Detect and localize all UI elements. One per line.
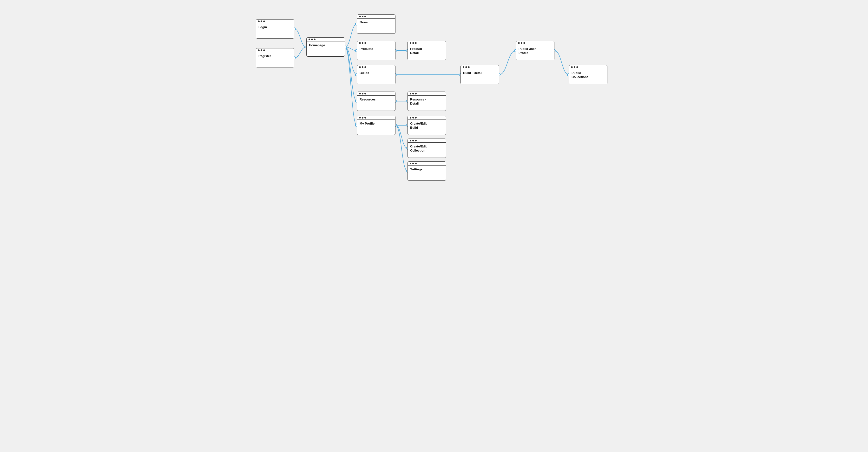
titlebar-dot <box>263 50 265 51</box>
node-titlebar-news <box>357 15 395 19</box>
titlebar-dot <box>364 42 366 44</box>
node-titlebar-builds <box>357 65 395 69</box>
node-titlebar-product_detail <box>408 41 446 45</box>
connection-homepage-news <box>345 24 357 47</box>
node-label-news: News <box>357 19 395 27</box>
titlebar-dot <box>574 66 576 68</box>
titlebar-dot <box>465 66 467 68</box>
node-titlebar-create_edit_build <box>408 116 446 120</box>
node-label-settings: Settings <box>408 165 446 174</box>
titlebar-dot <box>364 93 366 94</box>
node-label-create_edit_build: Create/Edit Build <box>408 120 446 132</box>
titlebar-dot <box>314 38 315 40</box>
node-label-builds: Builds <box>357 69 395 77</box>
titlebar-dot <box>410 93 411 94</box>
node-titlebar-create_edit_collection <box>408 139 446 143</box>
connection-my_profile-create_edit_collection <box>396 125 407 148</box>
node-public_user_profile: Public User Profile <box>516 41 554 60</box>
node-label-resources: Resources <box>357 96 395 103</box>
titlebar-dot <box>260 50 262 51</box>
node-titlebar-homepage <box>307 38 345 41</box>
node-titlebar-products <box>357 41 395 45</box>
node-resources: Resources <box>357 92 396 111</box>
flowchart-canvas: LoginRegisterHomepageNewsProductsProduct… <box>249 0 619 195</box>
node-titlebar-my_profile <box>357 116 395 120</box>
titlebar-dot <box>571 66 573 68</box>
titlebar-dot <box>523 42 525 44</box>
titlebar-dot <box>258 21 260 22</box>
node-label-products: Products <box>357 45 395 53</box>
node-resource_detail: Resource - Detail <box>407 92 446 111</box>
node-titlebar-register <box>256 49 294 52</box>
titlebar-dot <box>576 66 578 68</box>
titlebar-dot <box>362 66 364 68</box>
node-label-register: Register <box>256 52 294 60</box>
titlebar-dot <box>410 42 411 44</box>
node-label-homepage: Homepage <box>307 41 345 50</box>
node-label-resource_detail: Resource - Detail <box>408 96 446 108</box>
node-my_profile: My Profile <box>357 116 396 135</box>
node-label-build_detail: Build - Detail <box>461 69 499 77</box>
arrow-build_detail-public_user_profile <box>514 50 516 52</box>
connection-homepage-my_profile <box>345 47 357 125</box>
titlebar-dot <box>364 16 366 17</box>
node-titlebar-resource_detail <box>408 92 446 96</box>
arrow-builds-build_detail <box>459 73 461 76</box>
node-label-product_detail: Product - Detail <box>408 45 446 57</box>
arrow-resources-resource_detail <box>406 100 407 102</box>
node-create_edit_build: Create/Edit Build <box>407 116 446 135</box>
node-titlebar-resources <box>357 92 395 96</box>
node-label-public_collections: Public Collections <box>569 69 607 81</box>
node-homepage: Homepage <box>306 37 345 57</box>
titlebar-dot <box>362 117 364 119</box>
connection-my_profile-settings <box>396 125 407 171</box>
node-news: News <box>357 14 396 34</box>
node-register: Register <box>256 48 294 67</box>
titlebar-dot <box>415 117 417 119</box>
titlebar-dot <box>309 38 310 40</box>
node-titlebar-settings <box>408 162 446 165</box>
titlebar-dot <box>521 42 522 44</box>
arrow-homepage-resources <box>355 100 357 102</box>
node-label-login: Login <box>256 23 294 31</box>
titlebar-dot <box>410 117 411 119</box>
connection-build_detail-public_user_profile <box>499 51 516 75</box>
node-titlebar-public_user_profile <box>516 41 554 45</box>
titlebar-dot <box>415 42 417 44</box>
titlebar-dot <box>362 42 364 44</box>
titlebar-dot <box>415 93 417 94</box>
titlebar-dot <box>359 117 361 119</box>
node-label-public_user_profile: Public User Profile <box>516 45 554 57</box>
connection-register-homepage <box>294 47 306 58</box>
node-create_edit_collection: Create/Edit Collection <box>407 139 446 158</box>
node-titlebar-public_collections <box>569 65 607 69</box>
node-build_detail: Build - Detail <box>461 65 499 84</box>
titlebar-dot <box>410 140 411 142</box>
connection-public_user_profile-public_collections <box>554 51 569 75</box>
node-product_detail: Product - Detail <box>407 41 446 60</box>
titlebar-dot <box>412 42 414 44</box>
node-label-create_edit_collection: Create/Edit Collection <box>408 143 446 155</box>
arrow-homepage-products <box>355 50 357 52</box>
node-titlebar-build_detail <box>461 65 499 69</box>
arrow-my_profile-create_edit_build <box>406 124 407 126</box>
node-settings: Settings <box>407 161 446 181</box>
node-builds: Builds <box>357 65 396 84</box>
titlebar-dot <box>415 163 417 164</box>
titlebar-dot <box>263 21 265 22</box>
titlebar-dot <box>364 66 366 68</box>
titlebar-dot <box>359 16 361 17</box>
titlebar-dot <box>359 42 361 44</box>
titlebar-dot <box>311 38 313 40</box>
titlebar-dot <box>260 21 262 22</box>
arrow-register-homepage <box>305 46 306 48</box>
node-label-my_profile: My Profile <box>357 120 395 128</box>
titlebar-dot <box>412 140 414 142</box>
titlebar-dot <box>258 50 260 51</box>
titlebar-dot <box>412 163 414 164</box>
node-products: Products <box>357 41 396 60</box>
node-public_collections: Public Collections <box>569 65 608 84</box>
arrow-my_profile-settings <box>406 170 407 172</box>
titlebar-dot <box>518 42 520 44</box>
node-login: Login <box>256 19 294 38</box>
